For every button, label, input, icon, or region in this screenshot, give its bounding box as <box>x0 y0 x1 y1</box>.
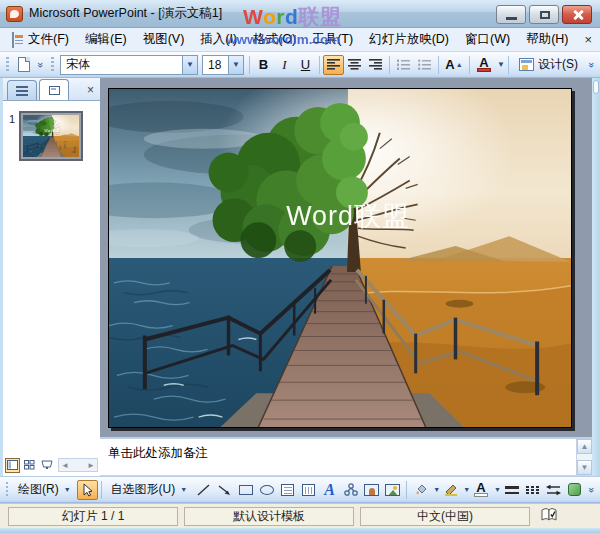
chevron-down-icon[interactable]: ▼ <box>497 60 505 69</box>
numbered-list-button[interactable] <box>393 55 414 75</box>
slide-thumbnail-list: 1 <box>3 101 100 456</box>
scroll-down-icon[interactable]: ▼ <box>577 460 592 475</box>
line-color-button[interactable] <box>440 480 461 500</box>
increase-font-size-button[interactable]: A ▲ <box>442 55 466 75</box>
draw-menu-button[interactable]: 绘图(R) ▼ <box>12 480 77 500</box>
arrow-button[interactable] <box>214 480 235 500</box>
line-style-button[interactable] <box>501 480 522 500</box>
font-name-value: 宋体 <box>66 56 90 73</box>
italic-button[interactable]: I <box>274 55 295 75</box>
menu-item-view[interactable]: 视图(V) <box>135 28 193 51</box>
slide-design-icon <box>519 58 534 71</box>
bold-icon: B <box>259 57 268 72</box>
toolbar-options-chevron[interactable]: » <box>31 58 51 71</box>
scrollbar-thumb[interactable] <box>593 80 599 94</box>
fill-color-icon <box>414 483 428 496</box>
horizontal-scrollbar[interactable]: ◄ ► <box>58 458 98 472</box>
3d-style-icon <box>568 483 581 496</box>
notes-placeholder[interactable]: 单击此处添加备注 <box>100 439 592 468</box>
toolbar-grip[interactable] <box>6 482 8 498</box>
close-document-button[interactable]: × <box>577 32 600 47</box>
chevron-down-icon[interactable]: ▼ <box>463 486 470 493</box>
chevron-down-icon[interactable]: ▼ <box>182 56 197 74</box>
slide-canvas[interactable] <box>108 88 572 428</box>
tab-outline[interactable] <box>7 80 37 100</box>
slideshow-icon <box>41 460 53 470</box>
line-button[interactable] <box>193 480 214 500</box>
insert-picture-button[interactable] <box>382 480 403 500</box>
maximize-button[interactable] <box>529 5 559 24</box>
slide-design-button[interactable]: 设计(S) <box>512 55 585 75</box>
minimize-button[interactable] <box>496 5 526 24</box>
menu-item-edit[interactable]: 编辑(E) <box>77 28 135 51</box>
clip-art-button[interactable] <box>361 480 382 500</box>
tab-slides[interactable] <box>39 79 69 100</box>
window-title: Microsoft PowerPoint - [演示文稿1] <box>29 5 222 22</box>
toolbar-options-chevron[interactable]: » <box>582 58 600 71</box>
wordart-button[interactable]: A <box>319 480 340 500</box>
panel-tabs: × <box>3 78 100 101</box>
bold-button[interactable]: B <box>253 55 274 75</box>
align-right-button[interactable] <box>365 55 386 75</box>
line-color-icon <box>444 483 458 496</box>
diagram-button[interactable] <box>340 480 361 500</box>
separator <box>469 56 470 74</box>
slide-thumbnail[interactable] <box>19 111 83 161</box>
bullet-list-button[interactable] <box>414 55 435 75</box>
font-color-button[interactable]: A <box>473 55 495 75</box>
dash-style-button[interactable] <box>522 480 543 500</box>
align-center-button[interactable] <box>344 55 365 75</box>
font-name-combo[interactable]: 宋体 ▼ <box>60 55 198 75</box>
menu-item-slideshow[interactable]: 幻灯片放映(D) <box>361 28 457 51</box>
font-color-icon: A <box>476 482 485 493</box>
toolbar-options-chevron[interactable]: » <box>582 483 600 496</box>
up-arrow-icon: ▲ <box>456 61 463 68</box>
right-scroll-area[interactable] <box>592 78 600 476</box>
editor-column: 单击此处添加备注 ▲ ▼ <box>100 78 592 476</box>
wordart-icon: A <box>324 483 335 497</box>
select-objects-button[interactable] <box>77 480 98 500</box>
separator <box>389 56 390 74</box>
powerpoint-app-icon <box>6 6 23 22</box>
slideshow-view-button[interactable] <box>39 458 54 473</box>
oval-button[interactable] <box>256 480 277 500</box>
rectangle-icon <box>239 485 253 495</box>
arrow-style-button[interactable] <box>543 480 564 500</box>
design-template-indicator[interactable]: 默认设计模板 <box>184 507 354 526</box>
toolbar-grip[interactable] <box>6 57 9 73</box>
toolbar-grip[interactable] <box>51 57 54 73</box>
menu-item-help[interactable]: 帮助(H) <box>518 28 576 51</box>
underline-button[interactable]: U <box>295 55 316 75</box>
vertical-text-box-button[interactable] <box>298 480 319 500</box>
spellcheck-status[interactable] <box>540 507 558 525</box>
maximize-icon <box>540 11 550 19</box>
font-color-icon: A <box>479 57 488 68</box>
autoshapes-button[interactable]: 自选图形(U) ▼ <box>105 480 194 500</box>
chevron-down-icon[interactable]: ▼ <box>433 486 440 493</box>
notes-scrollbar[interactable]: ▲ ▼ <box>576 439 592 475</box>
text-box-icon <box>281 484 294 496</box>
scroll-right-icon[interactable]: ► <box>87 461 95 470</box>
drawing-font-color-button[interactable]: A <box>470 480 492 500</box>
language-indicator[interactable]: 中文(中国) <box>360 507 530 526</box>
separator <box>406 481 407 499</box>
text-box-button[interactable] <box>277 480 298 500</box>
scroll-up-icon[interactable]: ▲ <box>577 439 592 454</box>
notes-pane[interactable]: 单击此处添加备注 ▲ ▼ <box>100 437 592 476</box>
chevron-down-icon[interactable]: ▼ <box>228 56 243 74</box>
scroll-left-icon[interactable]: ◄ <box>61 461 69 470</box>
slide-sorter-view-button[interactable] <box>22 458 37 473</box>
font-size-combo[interactable]: 18 ▼ <box>202 55 244 75</box>
menu-item-window[interactable]: 窗口(W) <box>457 28 518 51</box>
normal-view-button[interactable] <box>5 458 20 473</box>
close-button[interactable] <box>562 5 592 24</box>
chevron-down-icon[interactable]: ▼ <box>494 486 501 493</box>
outline-icon <box>16 86 28 96</box>
oval-icon <box>260 485 274 495</box>
close-panel-button[interactable]: × <box>83 83 98 97</box>
align-left-button[interactable] <box>323 55 344 75</box>
menu-item-file[interactable]: 文件(F) <box>20 28 77 51</box>
fill-color-button[interactable] <box>410 480 431 500</box>
rectangle-button[interactable] <box>235 480 256 500</box>
font-size-value: 18 <box>208 58 221 72</box>
